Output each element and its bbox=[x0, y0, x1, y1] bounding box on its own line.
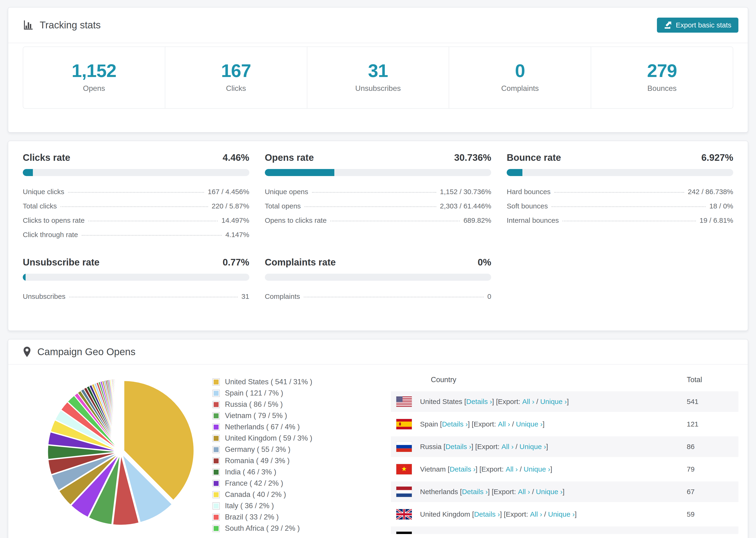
rate-stat-value: 31 bbox=[242, 293, 249, 300]
dotted-leader bbox=[552, 206, 706, 207]
legend-item[interactable]: Netherlands ( 67 / 4% ) bbox=[212, 423, 365, 431]
legend-label: Brazil ( 33 / 2% ) bbox=[225, 513, 279, 521]
bounce-rate-panel: Bounce rate 6.927% Hard bounces242 / 86.… bbox=[507, 147, 733, 239]
rate-stat-row: Soft bounces18 / 0% bbox=[507, 202, 733, 210]
legend-item[interactable]: India ( 46 / 3% ) bbox=[212, 468, 365, 476]
legend-item[interactable]: Brazil ( 33 / 2% ) bbox=[212, 513, 365, 521]
legend-swatch bbox=[212, 502, 220, 510]
rate-stat-value: 4.147% bbox=[225, 231, 249, 239]
rate-stat-value: 19 / 6.81% bbox=[700, 216, 733, 224]
legend-label: United Kingdom ( 59 / 3% ) bbox=[225, 434, 312, 443]
legend-label: India ( 46 / 3% ) bbox=[225, 468, 276, 476]
export-all-link[interactable]: All › bbox=[498, 420, 510, 428]
geo-total-cell: 541 bbox=[687, 398, 731, 405]
flag-icon-nl bbox=[396, 486, 412, 497]
complaints-rate-title: Complaints rate bbox=[265, 257, 336, 268]
dotted-leader bbox=[312, 192, 436, 193]
complaints-rate-rows: Complaints0 bbox=[265, 293, 491, 300]
slash: / bbox=[521, 533, 527, 534]
tracking-stats-card: Tracking stats Export basic stats 1,152 … bbox=[8, 7, 748, 133]
flag-icon-gb bbox=[396, 509, 412, 520]
legend-item[interactable]: Vietnam ( 79 / 5% ) bbox=[212, 411, 365, 420]
legend-item[interactable]: Germany ( 55 / 3% ) bbox=[212, 445, 365, 454]
legend-label: Spain ( 121 / 7% ) bbox=[225, 389, 283, 398]
opens-rate-progressbar bbox=[265, 169, 491, 176]
legend-item[interactable]: Italy ( 36 / 2% ) bbox=[212, 502, 365, 510]
unsubscribe-rate-title: Unsubscribe rate bbox=[23, 257, 99, 268]
export-unique-link[interactable]: Unique › bbox=[527, 533, 553, 534]
legend-swatch bbox=[212, 401, 220, 408]
details-link[interactable]: Details › bbox=[462, 488, 488, 496]
bracket: ] bbox=[567, 398, 568, 405]
rate-stat-row: Opens to clicks rate689.82% bbox=[265, 216, 491, 224]
complaints-rate-value: 0% bbox=[478, 257, 491, 268]
dotted-leader bbox=[563, 221, 696, 221]
progress-fill bbox=[23, 274, 26, 281]
rate-stat-value: 18 / 0% bbox=[709, 202, 733, 210]
slash: / bbox=[534, 398, 540, 405]
export-unique-link[interactable]: Unique › bbox=[540, 398, 567, 405]
geo-table-row: United States [Details ›] [Export: All ›… bbox=[391, 390, 738, 413]
geo-total-cell: 86 bbox=[687, 443, 731, 451]
legend-item[interactable]: Canada ( 40 / 2% ) bbox=[212, 490, 365, 499]
details-link[interactable]: Details › bbox=[442, 420, 468, 428]
bar-chart-icon bbox=[23, 20, 33, 30]
export-prefix: ] [Export: bbox=[492, 398, 522, 405]
rate-stat-label: Total clicks bbox=[23, 202, 57, 210]
export-unique-link[interactable]: Unique › bbox=[516, 420, 543, 428]
export-unique-link[interactable]: Unique › bbox=[536, 488, 563, 496]
flag-icon-ru bbox=[396, 441, 412, 452]
geo-opens-title: Campaign Geo Opens bbox=[37, 346, 135, 357]
export-unique-link[interactable]: Unique › bbox=[548, 510, 574, 518]
geo-total-cell: 79 bbox=[687, 465, 731, 473]
legend-item[interactable]: Spain ( 121 / 7% ) bbox=[212, 389, 365, 398]
export-unique-link[interactable]: Unique › bbox=[523, 465, 550, 473]
details-link[interactable]: Details › bbox=[474, 510, 500, 518]
rate-stat-label: Unique opens bbox=[265, 188, 308, 196]
geo-table-header: Country Total bbox=[391, 369, 738, 390]
country-name: United States bbox=[420, 398, 464, 405]
export-all-link[interactable]: All › bbox=[502, 443, 514, 451]
legend-item[interactable]: France ( 42 / 2% ) bbox=[212, 479, 365, 488]
geo-table-row: Russia [Details ›] [Export: All › / Uniq… bbox=[391, 435, 738, 458]
export-basic-stats-button[interactable]: Export basic stats bbox=[657, 18, 738, 32]
complaints-rate-progressbar bbox=[265, 274, 491, 281]
legend-item[interactable]: United States ( 541 / 31% ) bbox=[212, 378, 365, 386]
bracket: [ bbox=[440, 420, 442, 428]
rate-stat-row: Unsubscribes31 bbox=[23, 293, 249, 300]
rate-stat-row: Total clicks220 / 5.87% bbox=[23, 202, 249, 210]
export-all-link[interactable]: All › bbox=[506, 465, 518, 473]
legend-label: France ( 42 / 2% ) bbox=[225, 479, 283, 488]
geo-total-cell: 55 bbox=[687, 533, 731, 534]
export-unique-link[interactable]: Unique › bbox=[519, 443, 546, 451]
bounce-rate-rows: Hard bounces242 / 86.738%Soft bounces18 … bbox=[507, 188, 733, 224]
details-link[interactable]: Details › bbox=[466, 398, 492, 405]
flag-icon-es bbox=[396, 419, 412, 430]
legend-item[interactable]: South Africa ( 29 / 2% ) bbox=[212, 524, 365, 533]
export-prefix: ] [Export: bbox=[475, 465, 506, 473]
geo-country-cell: United States [Details ›] [Export: All ›… bbox=[396, 396, 687, 407]
geo-legend: United States ( 541 / 31% )Spain ( 121 /… bbox=[212, 378, 365, 535]
export-all-link[interactable]: All › bbox=[522, 398, 534, 405]
country-name: United Kingdom bbox=[420, 510, 472, 518]
details-link[interactable]: Details › bbox=[445, 443, 471, 451]
complaints-rate-panel: Complaints rate 0% Complaints0 bbox=[265, 252, 491, 300]
rates-grid: Clicks rate 4.46% Unique clicks167 / 4.4… bbox=[23, 147, 733, 300]
export-all-link[interactable]: All › bbox=[518, 488, 530, 496]
export-all-link[interactable]: All › bbox=[509, 533, 521, 534]
opens-rate-title: Opens rate bbox=[265, 152, 314, 163]
legend-item[interactable]: Romania ( 49 / 3% ) bbox=[212, 457, 365, 465]
geo-table-row: United Kingdom [Details ›] [Export: All … bbox=[391, 503, 738, 525]
legend-label: Italy ( 36 / 2% ) bbox=[225, 502, 274, 510]
export-all-link[interactable]: All › bbox=[530, 510, 542, 518]
geo-country-cell: Russia [Details ›] [Export: All › / Uniq… bbox=[396, 441, 687, 452]
dotted-leader bbox=[304, 297, 484, 297]
legend-label: Vietnam ( 79 / 5% ) bbox=[225, 411, 287, 420]
bounce-rate-progressbar bbox=[507, 169, 733, 176]
details-link[interactable]: Details › bbox=[450, 465, 475, 473]
progress-fill bbox=[507, 169, 522, 176]
details-link[interactable]: Details › bbox=[453, 533, 479, 534]
dotted-leader bbox=[554, 192, 684, 193]
legend-item[interactable]: United Kingdom ( 59 / 3% ) bbox=[212, 434, 365, 443]
legend-item[interactable]: Russia ( 86 / 5% ) bbox=[212, 400, 365, 409]
